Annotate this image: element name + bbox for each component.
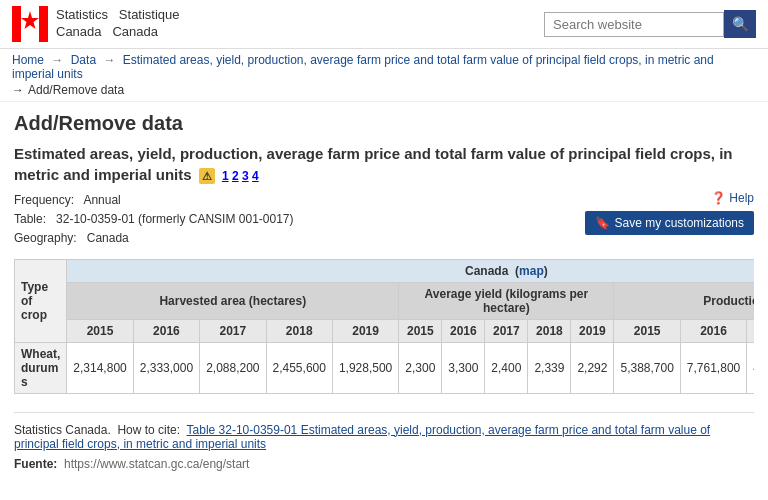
table-ref-label: Table: bbox=[14, 212, 46, 226]
fuente-area: Fuente: https://www.statcan.gc.ca/eng/st… bbox=[14, 457, 754, 471]
crop-type-header: Type of crop bbox=[15, 259, 67, 342]
geography-row: Geography: Canada bbox=[14, 229, 294, 248]
frequency-row: Frequency: Annual bbox=[14, 191, 294, 210]
data-cell-0-3: 2,455,600 bbox=[266, 342, 332, 393]
search-button[interactable]: 🔍 bbox=[724, 10, 756, 38]
year-2016-group2: 2016 bbox=[680, 319, 746, 342]
help-icon: ❓ bbox=[711, 191, 726, 205]
table-row: Wheat, durum s2,314,8002,333,0002,088,20… bbox=[15, 342, 755, 393]
year-2016-group0: 2016 bbox=[133, 319, 199, 342]
table-title-text: Estimated areas, yield, production, aver… bbox=[14, 145, 733, 183]
fuente-url: https://www.statcan.gc.ca/eng/start bbox=[64, 457, 249, 471]
year-2018-group0: 2018 bbox=[266, 319, 332, 342]
year-2016-group1: 2016 bbox=[442, 319, 485, 342]
data-cell-0-4: 1,928,500 bbox=[332, 342, 398, 393]
data-table-wrapper: Type of crop Canada (map) Harvested area… bbox=[14, 259, 754, 394]
logo-line1: Statistics Statistique bbox=[56, 7, 180, 24]
footnote-links: 1 2 3 4 bbox=[222, 169, 259, 183]
data-cell-0-7: 2,400 bbox=[485, 342, 528, 393]
data-cell-0-0: 2,314,800 bbox=[67, 342, 133, 393]
footnote-2[interactable]: 2 bbox=[232, 169, 239, 183]
breadcrumb-arrow: → bbox=[12, 83, 24, 97]
help-label: Help bbox=[729, 191, 754, 205]
year-2017-group2: 2017 bbox=[747, 319, 754, 342]
crop-name: Wheat, durum s bbox=[15, 342, 67, 393]
year-2017-group1: 2017 bbox=[485, 319, 528, 342]
data-cell-0-6: 3,300 bbox=[442, 342, 485, 393]
save-customizations-button[interactable]: 🔖 Save my customizations bbox=[585, 211, 754, 235]
harvested-area-header: Harvested area (hectares) bbox=[67, 282, 399, 319]
footnote-4[interactable]: 4 bbox=[252, 169, 259, 183]
geography-label: Geography: bbox=[14, 231, 77, 245]
logo-area: Statistics Statistique Canada Canada bbox=[12, 6, 180, 42]
main-content: Add/Remove data Estimated areas, yield, … bbox=[0, 102, 768, 481]
year-2018-group1: 2018 bbox=[528, 319, 571, 342]
search-area: 🔍 bbox=[544, 10, 756, 38]
footnote-3[interactable]: 3 bbox=[242, 169, 249, 183]
year-2015-group2: 2015 bbox=[614, 319, 680, 342]
data-cell-0-11: 7,761,800 bbox=[680, 342, 746, 393]
cite-label: Statistics Canada. bbox=[14, 423, 111, 437]
cite-prefix: How to cite: bbox=[117, 423, 180, 437]
logo-stats-fr: Statistique bbox=[119, 7, 180, 22]
svg-rect-0 bbox=[12, 6, 21, 42]
table-ref-row: Table: 32-10-0359-01 (formerly CANSIM 00… bbox=[14, 210, 294, 229]
canada-header: Canada (map) bbox=[67, 259, 754, 282]
footnote-1[interactable]: 1 bbox=[222, 169, 229, 183]
breadcrumb-data[interactable]: Data bbox=[71, 53, 96, 67]
table-body: Wheat, durum s2,314,8002,333,0002,088,20… bbox=[15, 342, 755, 393]
table-ref-value: 32-10-0359-01 (formerly CANSIM 001-0017) bbox=[56, 212, 293, 226]
data-cell-0-8: 2,339 bbox=[528, 342, 571, 393]
logo-stats-en: Statistics bbox=[56, 7, 108, 22]
breadcrumb-table-link[interactable]: Estimated areas, yield, production, aver… bbox=[12, 53, 714, 81]
canada-header-text: Canada bbox=[465, 264, 508, 278]
site-header: Statistics Statistique Canada Canada 🔍 bbox=[0, 0, 768, 49]
data-cell-0-1: 2,333,000 bbox=[133, 342, 199, 393]
page-title: Add/Remove data bbox=[14, 112, 754, 135]
breadcrumb-area: Home → Data → Estimated areas, yield, pr… bbox=[0, 49, 768, 102]
svg-rect-1 bbox=[39, 6, 48, 42]
table-title: Estimated areas, yield, production, aver… bbox=[14, 143, 754, 185]
year-2015-group0: 2015 bbox=[67, 319, 133, 342]
data-cell-0-10: 5,388,700 bbox=[614, 342, 680, 393]
year-2017-group0: 2017 bbox=[200, 319, 266, 342]
meta-area: Frequency: Annual Table: 32-10-0359-01 (… bbox=[14, 191, 754, 249]
map-link[interactable]: map bbox=[519, 264, 544, 278]
year-2015-group1: 2015 bbox=[399, 319, 442, 342]
logo-canada-fr: Canada bbox=[112, 24, 158, 39]
logo-canada-en: Canada bbox=[56, 24, 102, 39]
breadcrumb-sep1: → bbox=[51, 53, 63, 67]
search-icon: 🔍 bbox=[732, 16, 749, 32]
save-label: Save my customizations bbox=[615, 216, 744, 230]
cite-area: Statistics Canada. How to cite: Table 32… bbox=[14, 412, 754, 451]
logo-line2: Canada Canada bbox=[56, 24, 180, 41]
frequency-value: Annual bbox=[83, 193, 120, 207]
canada-flag-icon bbox=[12, 6, 48, 42]
fuente-label: Fuente: bbox=[14, 457, 57, 471]
year-2019-group0: 2019 bbox=[332, 319, 398, 342]
meta-left: Frequency: Annual Table: 32-10-0359-01 (… bbox=[14, 191, 294, 249]
logo-text: Statistics Statistique Canada Canada bbox=[56, 7, 180, 41]
warning-icon: ⚠ bbox=[199, 168, 215, 184]
data-cell-0-2: 2,088,200 bbox=[200, 342, 266, 393]
data-cell-0-5: 2,300 bbox=[399, 342, 442, 393]
save-icon: 🔖 bbox=[595, 216, 610, 230]
data-cell-0-12: 4,962,200 bbox=[747, 342, 754, 393]
meta-right: ❓ Help 🔖 Save my customizations bbox=[585, 191, 754, 235]
search-input[interactable] bbox=[544, 12, 724, 37]
geography-value: Canada bbox=[87, 231, 129, 245]
frequency-label: Frequency: bbox=[14, 193, 74, 207]
year-2019-group1: 2019 bbox=[571, 319, 614, 342]
production-header: Production (metric tonnes) bbox=[614, 282, 754, 319]
add-remove-breadcrumb: → Add/Remove data bbox=[12, 83, 756, 97]
breadcrumb-sep2: → bbox=[103, 53, 115, 67]
data-table: Type of crop Canada (map) Harvested area… bbox=[14, 259, 754, 394]
breadcrumb-home[interactable]: Home bbox=[12, 53, 44, 67]
data-cell-0-9: 2,292 bbox=[571, 342, 614, 393]
avg-yield-header: Average yield (kilograms per hectare) bbox=[399, 282, 614, 319]
breadcrumb-current: Add/Remove data bbox=[28, 83, 124, 97]
year-row: 2015201620172018201920152016201720182019… bbox=[15, 319, 755, 342]
help-link[interactable]: ❓ Help bbox=[711, 191, 754, 205]
